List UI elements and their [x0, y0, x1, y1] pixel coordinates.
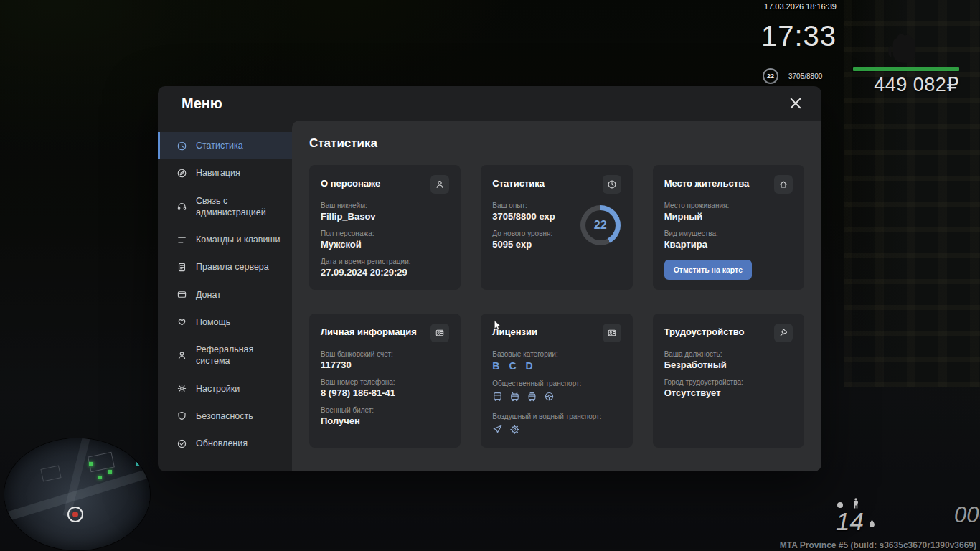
sidebar-item-label: Реферальная система: [196, 344, 283, 367]
card-title: Место жительства: [664, 175, 750, 189]
sidebar-item-referral[interactable]: Реферальная система: [158, 336, 292, 375]
field: Город трудоустройства: Отсутствует: [664, 378, 793, 398]
sidebar-item-updates[interactable]: Обновления: [158, 430, 292, 457]
field-label: Город трудоустройства:: [664, 378, 793, 386]
sidebar-item-navigation[interactable]: Навигация: [158, 159, 292, 187]
sidebar-item-donate[interactable]: Донат: [158, 281, 292, 309]
sidebar-item-label: Команды и клавиши: [196, 234, 280, 245]
hud-level-value: 22: [767, 72, 774, 80]
sidebar-item-commands[interactable]: Команды и клавиши: [158, 226, 292, 253]
field: Общественный транспорт:: [492, 380, 621, 405]
field-label: Ваш банковский счет:: [321, 350, 449, 358]
field-label: Дата и время регистрации:: [321, 258, 449, 265]
statistics-icon: [176, 141, 187, 151]
sidebar-item-help[interactable]: Помощь: [158, 309, 292, 336]
gear-icon: [176, 383, 187, 394]
water-drop-icon: [867, 518, 877, 530]
hud-exp-counter: 3705/8800: [788, 72, 822, 80]
field: Ваш опыт: 3705/8800 exp: [492, 202, 582, 222]
field-label: Базовые категории:: [492, 350, 621, 358]
category-letter: C: [509, 360, 516, 372]
sidebar-item-label: Статистика: [196, 140, 243, 151]
hammer-badge-icon: [774, 324, 793, 342]
money-progress-bar: [853, 67, 959, 71]
field-label: Ваш никнейм:: [321, 202, 449, 209]
fist-icon: [878, 24, 925, 72]
sidebar-item-admin-contact[interactable]: Связь с администрацией: [158, 187, 292, 227]
minimap-marker-green: [98, 476, 102, 479]
heart-icon: [176, 316, 187, 327]
sidebar-item-settings[interactable]: Настройки: [158, 375, 292, 402]
sidebar-item-label: Помощь: [196, 316, 230, 328]
headset-icon: [176, 201, 187, 212]
id-card-badge-icon: [430, 324, 449, 342]
license-categories: B C D: [492, 360, 621, 372]
field: Ваш номер телефона: 8 (978) 186-81-41: [321, 378, 449, 398]
card-title: Трудоустройство: [664, 324, 745, 337]
menu-title: Меню: [182, 95, 222, 112]
house-badge-icon: [774, 175, 793, 194]
menu-content: Статистика О персонаже Ваш никнейм: Fil: [292, 121, 821, 471]
card-licenses: Лицензии Базовые категории: B C D: [481, 314, 632, 448]
card-title: О персонаже: [321, 175, 380, 189]
field-label: Военный билет:: [321, 406, 449, 414]
card-residence: Место жительства Место проживания: Мирны…: [653, 165, 804, 290]
stats-cards-grid: О персонаже Ваш никнейм: Fillip_Basov По…: [309, 165, 804, 448]
document-icon: [176, 262, 187, 273]
sidebar-item-statistics[interactable]: Статистика: [158, 132, 292, 159]
bus-icon: [492, 391, 503, 405]
person-badge-icon: [430, 175, 449, 194]
list-icon: [176, 235, 187, 245]
menu-sidebar: Статистика Навигация Связь с администрац…: [158, 121, 292, 471]
sidebar-item-label: Навигация: [196, 167, 240, 179]
card-statistics: Статистика Ваш опыт: 3705/8800 exp До но…: [481, 165, 632, 290]
person-icon: [176, 350, 187, 361]
field: Ваша должность: Безработный: [664, 350, 793, 370]
field-label: Общественный транспорт:: [492, 380, 621, 387]
compass-icon: [176, 168, 187, 179]
field: Базовые категории: B C D: [492, 350, 621, 372]
check-circle-icon: [176, 438, 187, 449]
mark-on-map-button[interactable]: Отметить на карте: [664, 260, 752, 280]
field-value: Безработный: [664, 359, 793, 370]
field-value: 117730: [321, 359, 449, 370]
minimap-road: [63, 438, 92, 517]
field-label: Ваш номер телефона:: [321, 378, 449, 386]
field-value: Мирный: [664, 211, 793, 222]
credit-card-icon: [176, 289, 187, 300]
tram-icon: [527, 391, 537, 405]
field-label: Место проживания:: [664, 202, 793, 209]
field-value: Получен: [321, 415, 449, 426]
helm-icon: [509, 424, 520, 438]
trolleybus-icon: [509, 391, 520, 405]
hud-level-badge: 22: [763, 68, 778, 84]
field: Дата и время регистрации: 27.09.2024 20:…: [321, 258, 449, 278]
category-letter: D: [526, 360, 533, 372]
shield-icon: [176, 410, 187, 421]
field-value: 27.09.2024 20:29:29: [321, 267, 449, 278]
sidebar-item-rules[interactable]: Правила сервера: [158, 253, 292, 281]
sidebar-item-label: Правила сервера: [196, 261, 269, 273]
menu-modal: Меню Статистика Навигация: [158, 86, 821, 471]
sidebar-item-label: Связь с администрацией: [196, 195, 283, 219]
field-label: Пол персонажа:: [321, 230, 449, 237]
field-value: 5095 exp: [492, 239, 582, 250]
sidebar-item-label: Настройки: [196, 383, 240, 395]
hud-datetime: 17.03.2026 18:16:39: [730, 2, 837, 11]
field: Военный билет: Получен: [321, 406, 449, 426]
field-label: Вид имущества:: [664, 230, 793, 237]
field: Место проживания: Мирный: [664, 202, 793, 222]
hunger-value: 14: [818, 507, 864, 536]
level-value: 22: [594, 219, 607, 232]
field: Вид имущества: Квартира: [664, 230, 793, 250]
content-title: Статистика: [309, 136, 804, 151]
minimap-building-outline: [40, 465, 61, 481]
sidebar-item-label: Донат: [196, 289, 221, 301]
plane-icon: [492, 424, 503, 438]
close-icon[interactable]: [788, 96, 803, 110]
field-value: 8 (978) 186-81-41: [321, 387, 449, 398]
steering-wheel-icon: [544, 391, 555, 405]
card-character: О персонаже Ваш никнейм: Fillip_Basov По…: [309, 165, 461, 290]
minimap-marker-green: [108, 470, 112, 474]
sidebar-item-security[interactable]: Безопасность: [158, 402, 292, 430]
